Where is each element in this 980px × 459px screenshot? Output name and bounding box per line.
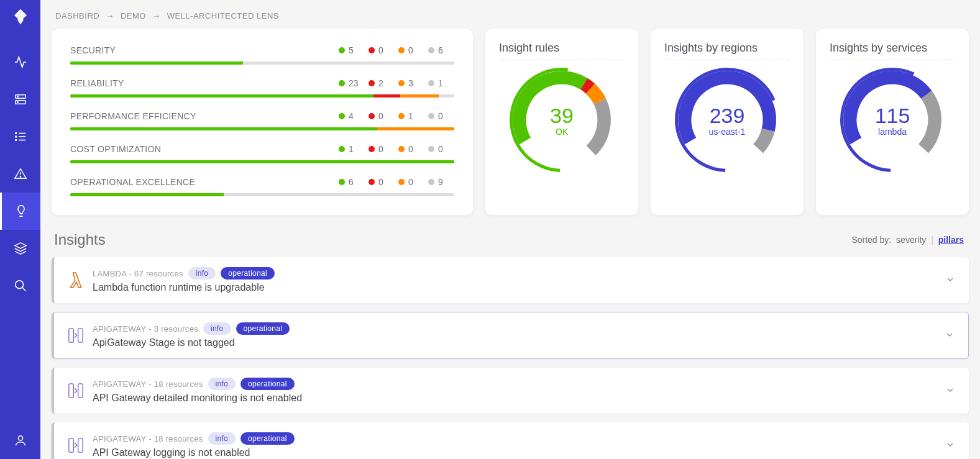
severity-badge: info xyxy=(188,267,216,279)
grey-dot-icon xyxy=(428,113,434,119)
pillar-bar xyxy=(70,193,454,196)
severity-badge: info xyxy=(208,432,236,445)
nav-activity-icon[interactable] xyxy=(0,43,40,81)
red-count: 0 xyxy=(378,144,383,154)
grey-count: 0 xyxy=(438,144,443,154)
chevron-down-icon[interactable] xyxy=(945,275,955,286)
grey-count: 1 xyxy=(438,78,443,88)
insight-title: Lambda function runtime is upgradable xyxy=(93,282,936,293)
insight-rules-card: Insight rules 39 OK xyxy=(485,29,638,215)
logo-icon[interactable] xyxy=(11,7,30,29)
grey-dot-icon xyxy=(428,80,434,86)
svg-line-14 xyxy=(22,288,25,291)
nav-list-icon[interactable] xyxy=(0,118,40,155)
card-title: Insights by regions xyxy=(664,42,790,55)
svg-rect-29 xyxy=(69,384,73,398)
grey-count: 0 xyxy=(438,111,443,121)
pillar-name: PERFORMANCE EFFICIENCY xyxy=(70,111,335,121)
orange-count: 1 xyxy=(408,111,413,121)
insight-card[interactable]: LAMBDA - 67 resources info operational L… xyxy=(52,257,969,303)
pillar-bar xyxy=(70,94,454,98)
breadcrumb-root[interactable]: DASHBIRD xyxy=(55,11,99,20)
nav-search-icon[interactable] xyxy=(0,267,40,304)
sort-label: Sorted by: xyxy=(851,235,891,245)
svg-rect-31 xyxy=(69,439,73,452)
red-dot-icon xyxy=(369,80,375,86)
breadcrumb-page: WELL-ARCHITECTED LENS xyxy=(167,11,279,20)
severity-badge: info xyxy=(203,322,231,335)
nav-alert-icon[interactable] xyxy=(0,155,40,193)
insight-card[interactable]: APIGATEWAY - 3 resources info operationa… xyxy=(52,312,969,359)
pillars-card: SECURITY 5 0 0 6 RELIABILITY 23 2 3 1 PE… xyxy=(52,29,473,215)
insight-service: APIGATEWAY - 3 resources xyxy=(93,324,198,334)
grey-dot-icon xyxy=(428,179,434,185)
nav-server-icon[interactable] xyxy=(0,81,40,118)
insight-title: ApiGateway Stage is not tagged xyxy=(93,337,936,348)
pillar-name: COST OPTIMIZATION xyxy=(70,144,335,154)
insight-service: APIGATEWAY - 18 resources xyxy=(93,379,203,389)
sort-pillars[interactable]: pillars xyxy=(938,235,964,245)
severity-badge: info xyxy=(208,378,236,390)
grey-count: 9 xyxy=(438,177,443,187)
orange-count: 0 xyxy=(408,144,413,154)
nav-insights-icon[interactable] xyxy=(0,193,40,230)
svg-point-3 xyxy=(17,102,17,102)
breadcrumb-project[interactable]: DEMO xyxy=(121,11,146,20)
pillar-row[interactable]: SECURITY 5 0 0 6 xyxy=(70,45,454,65)
sort-control: Sorted by: severity | pillars xyxy=(851,235,966,245)
insight-card[interactable]: APIGATEWAY - 18 resources info operation… xyxy=(52,368,969,414)
svg-point-15 xyxy=(18,436,22,440)
red-dot-icon xyxy=(369,47,375,53)
nav-layers-icon[interactable] xyxy=(0,230,40,267)
orange-dot-icon xyxy=(398,146,405,152)
pillar-bar xyxy=(70,127,454,130)
grey-count: 6 xyxy=(438,45,443,55)
chevron-down-icon[interactable] xyxy=(945,440,955,452)
grey-dot-icon xyxy=(428,47,434,53)
svg-rect-28 xyxy=(78,329,83,342)
red-count: 0 xyxy=(378,111,383,121)
insight-service: APIGATEWAY - 18 resources xyxy=(93,434,203,443)
chevron-down-icon[interactable] xyxy=(945,330,955,342)
orange-dot-icon xyxy=(398,113,405,119)
pillar-row[interactable]: PERFORMANCE EFFICIENCY 4 0 1 0 xyxy=(70,111,454,130)
breadcrumb: DASHBIRD → DEMO → WELL-ARCHITECTED LENS xyxy=(52,0,969,29)
insight-title: API Gateway logging is not enabled xyxy=(93,447,936,458)
donut-label: us-east-1 xyxy=(709,127,745,137)
insight-card[interactable]: APIGATEWAY - 18 resources info operation… xyxy=(52,422,969,459)
orange-count: 0 xyxy=(408,177,413,187)
pillar-badge: operational xyxy=(240,432,295,445)
breadcrumb-separator-icon: → xyxy=(152,11,161,20)
lambda-icon xyxy=(68,270,84,291)
green-count: 23 xyxy=(349,78,359,88)
chevron-down-icon[interactable] xyxy=(945,385,955,397)
sort-severity[interactable]: severity xyxy=(896,235,926,245)
red-count: 2 xyxy=(378,78,383,88)
pillar-bar xyxy=(70,61,454,65)
svg-point-8 xyxy=(15,140,16,141)
pillar-row[interactable]: RELIABILITY 23 2 3 1 xyxy=(70,78,454,98)
svg-point-13 xyxy=(15,281,23,289)
orange-dot-icon xyxy=(398,80,405,86)
pillar-badge: operational xyxy=(240,378,295,390)
pillar-name: RELIABILITY xyxy=(70,78,335,88)
orange-dot-icon xyxy=(398,179,405,185)
svg-rect-27 xyxy=(69,329,73,342)
pillar-badge: operational xyxy=(236,322,290,335)
red-count: 0 xyxy=(378,45,383,55)
pillar-badge: operational xyxy=(221,267,275,279)
card-title: Insight rules xyxy=(499,42,625,55)
pillar-name: OPERATIONAL EXCELLENCE xyxy=(70,177,335,187)
red-dot-icon xyxy=(369,113,375,119)
apigateway-icon xyxy=(68,435,84,456)
nav-user-icon[interactable] xyxy=(0,422,40,459)
pillar-row[interactable]: COST OPTIMIZATION 1 0 0 0 xyxy=(70,144,454,163)
insight-title: API Gateway detailed monitoring is not e… xyxy=(93,393,936,404)
green-dot-icon xyxy=(339,80,345,86)
green-count: 1 xyxy=(349,144,354,154)
pillar-row[interactable]: OPERATIONAL EXCELLENCE 6 0 0 9 xyxy=(70,177,454,196)
green-count: 5 xyxy=(349,45,354,55)
green-count: 4 xyxy=(349,111,354,121)
svg-point-4 xyxy=(15,133,16,134)
green-dot-icon xyxy=(339,113,345,119)
